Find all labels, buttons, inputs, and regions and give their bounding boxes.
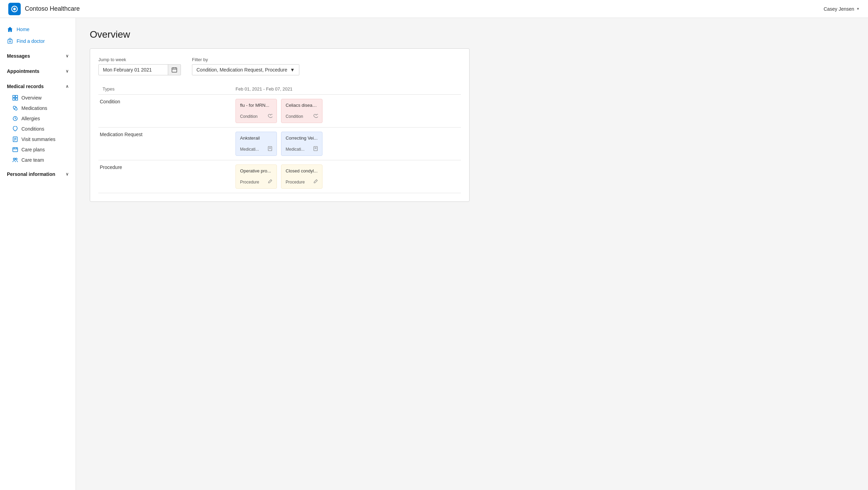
item-card[interactable]: Celiacs diseas...Condition — [281, 99, 322, 123]
appointments-chevron-icon: ∨ — [66, 69, 69, 74]
sidebar-conditions-label: Conditions — [21, 126, 44, 132]
sidebar-messages-header[interactable]: Messages ∨ — [0, 50, 76, 62]
document-icon — [268, 146, 272, 152]
care-team-icon — [12, 157, 18, 163]
svg-rect-2 — [8, 40, 12, 44]
sidebar-section-medical-records: Medical records ∧ Overview Medications — [0, 80, 76, 165]
item-card[interactable]: flu - for MRN...Condition — [235, 99, 277, 123]
user-name: Casey Jensen — [823, 6, 854, 12]
user-menu-chevron-icon: ▼ — [856, 7, 860, 11]
allergies-icon — [12, 116, 18, 121]
sidebar-care-team-label: Care team — [21, 157, 44, 163]
item-card-title: Operative pro... — [240, 168, 272, 173]
sidebar-item-allergies[interactable]: Allergies — [0, 113, 76, 124]
sidebar-item-conditions[interactable]: Conditions — [0, 124, 76, 134]
sidebar-item-care-team[interactable]: Care team — [0, 155, 76, 165]
filter-by-label: Filter by — [192, 57, 299, 62]
overview-card: Jump to week — [90, 48, 470, 202]
app-header: Contoso Healthcare Casey Jensen ▼ — [0, 0, 868, 18]
svg-point-1 — [13, 8, 16, 10]
item-card[interactable]: Correcting Vei...Medicati... — [281, 132, 322, 156]
item-card-type-label: Medicati... — [286, 147, 305, 152]
table-header: Types Feb 01, 2021 - Feb 07, 2021 — [98, 84, 461, 95]
overview-icon — [12, 95, 18, 101]
sidebar-item-medications[interactable]: Medications — [0, 103, 76, 113]
table-row: Conditionflu - for MRN...ConditionCeliac… — [98, 95, 461, 128]
heart-icon — [313, 113, 318, 119]
sidebar-appointments-label: Appointments — [7, 68, 39, 74]
item-card[interactable]: Operative pro...Procedure — [235, 164, 277, 189]
sidebar-visit-summaries-label: Visit summaries — [21, 136, 56, 142]
item-card-footer: Procedure — [286, 179, 318, 185]
item-card-type-label: Procedure — [286, 180, 305, 185]
sidebar-item-care-plans[interactable]: Care plans — [0, 144, 76, 155]
sidebar-medical-records-label: Medical records — [7, 84, 44, 89]
calendar-button[interactable] — [168, 65, 181, 75]
item-card-title: Correcting Vei... — [286, 135, 318, 141]
row-items-cell: Operative pro...ProcedureClosed condyl..… — [231, 160, 461, 193]
conditions-icon — [12, 126, 18, 132]
svg-rect-15 — [13, 148, 18, 152]
sidebar-messages-label: Messages — [7, 53, 30, 59]
table-body: Conditionflu - for MRN...ConditionCeliac… — [98, 95, 461, 193]
date-input-wrap[interactable] — [98, 64, 181, 75]
sidebar-appointments-header[interactable]: Appointments ∨ — [0, 65, 76, 77]
sidebar-medications-label: Medications — [21, 105, 47, 111]
item-card-footer: Condition — [240, 113, 272, 119]
table-row: Medication RequestAnksterailMedicati...C… — [98, 128, 461, 160]
jump-to-week-label: Jump to week — [98, 57, 181, 62]
overview-table: Types Feb 01, 2021 - Feb 07, 2021 Condit… — [98, 84, 461, 193]
svg-line-9 — [14, 107, 16, 109]
svg-point-3 — [9, 41, 11, 42]
sidebar-home-label: Home — [17, 27, 29, 32]
row-items-cell: AnksterailMedicati...Correcting Vei...Me… — [231, 128, 461, 160]
care-plans-icon — [12, 147, 18, 152]
row-type-cell: Condition — [98, 95, 231, 128]
item-card-title: flu - for MRN... — [240, 103, 272, 108]
sidebar-section-appointments: Appointments ∨ — [0, 65, 76, 77]
date-input[interactable] — [99, 65, 168, 75]
item-card-footer: Condition — [286, 113, 318, 119]
item-card-title: Closed condyl... — [286, 168, 318, 173]
sidebar-medical-records-header[interactable]: Medical records ∧ — [0, 80, 76, 93]
document-icon — [313, 146, 318, 152]
table-row: ProcedureOperative pro...ProcedureClosed… — [98, 160, 461, 193]
sidebar-item-visit-summaries[interactable]: Visit summaries — [0, 134, 76, 144]
svg-rect-5 — [16, 95, 18, 97]
svg-rect-6 — [13, 98, 15, 100]
sidebar-item-overview[interactable]: Overview — [0, 93, 76, 103]
sidebar-overview-label: Overview — [21, 95, 41, 101]
item-card-footer: Procedure — [240, 179, 272, 185]
svg-rect-21 — [172, 68, 177, 72]
sidebar-personal-info-header[interactable]: Personal information ∨ — [0, 168, 76, 180]
sidebar: Home Find a doctor Messages ∨ Appointmen… — [0, 18, 76, 490]
row-items-cell: flu - for MRN...ConditionCeliacs diseas.… — [231, 95, 461, 128]
edit-icon — [268, 179, 272, 185]
sidebar-allergies-label: Allergies — [21, 116, 40, 121]
main-content: Overview Jump to week — [76, 18, 868, 490]
item-card-footer: Medicati... — [240, 146, 272, 152]
sidebar-find-doctor-label: Find a doctor — [17, 38, 45, 44]
sidebar-personal-info-label: Personal information — [7, 171, 55, 177]
user-menu[interactable]: Casey Jensen ▼ — [823, 6, 860, 12]
sidebar-item-find-doctor[interactable]: Find a doctor — [0, 35, 76, 47]
app-logo — [8, 3, 21, 15]
row-type-cell: Medication Request — [98, 128, 231, 160]
item-card[interactable]: Closed condyl...Procedure — [281, 164, 322, 189]
messages-chevron-icon: ∨ — [66, 54, 69, 58]
medications-icon — [12, 105, 18, 111]
visit-summaries-icon — [12, 136, 18, 142]
filter-value: Condition, Medication Request, Procedure — [196, 67, 287, 73]
heart-icon — [268, 113, 272, 119]
sidebar-section-personal-info: Personal information ∨ — [0, 168, 76, 180]
filter-dropdown[interactable]: Condition, Medication Request, Procedure… — [192, 64, 299, 75]
svg-rect-7 — [16, 98, 18, 100]
page-title: Overview — [90, 29, 854, 40]
jump-to-week-group: Jump to week — [98, 57, 181, 75]
item-card-title: Anksterail — [240, 135, 272, 141]
sidebar-item-home[interactable]: Home — [0, 23, 76, 35]
item-card[interactable]: AnksterailMedicati... — [235, 132, 277, 156]
sidebar-section-messages: Messages ∨ — [0, 50, 76, 62]
sidebar-care-plans-label: Care plans — [21, 147, 45, 152]
app-title: Contoso Healthcare — [25, 5, 80, 12]
